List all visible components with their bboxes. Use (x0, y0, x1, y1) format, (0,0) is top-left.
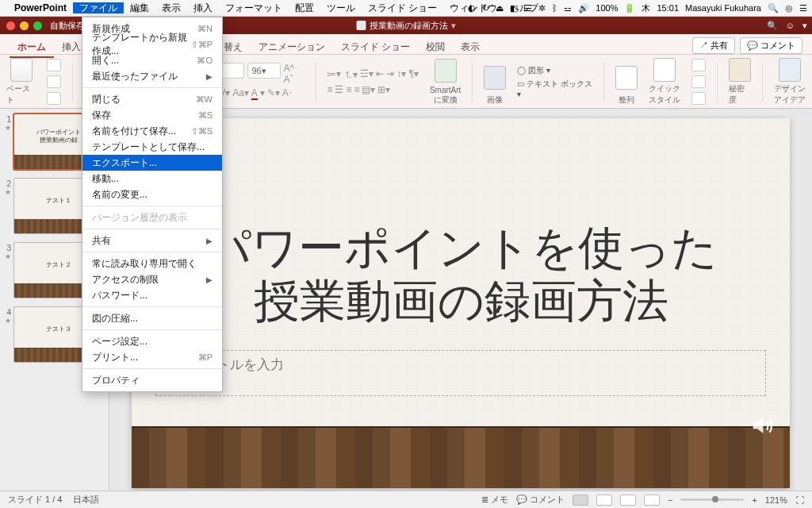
font-size-select[interactable]: 96 ▾ (247, 63, 280, 79)
ribbon-tab-校閲[interactable]: 校閲 (418, 38, 453, 56)
file-menu-item[interactable]: テンプレートから新規作成...⇧⌘P (82, 37, 222, 52)
ribbon-tab-表示[interactable]: 表示 (453, 38, 488, 56)
shapes-button[interactable]: ◯ 図形 ▾ (517, 65, 592, 76)
doc-icon (357, 21, 366, 30)
status-icon[interactable]: ✲ (538, 3, 546, 13)
mac-menu-挿入[interactable]: 挿入 (187, 2, 219, 13)
user-name[interactable]: Masayuki Fukuhara (685, 3, 761, 13)
file-menu-item[interactable]: 名前の変更... (82, 187, 222, 202)
zoom-level[interactable]: 121% (765, 495, 787, 505)
file-menu-item[interactable]: 名前を付けて保存...⇧⌘S (82, 123, 222, 139)
textbox-button[interactable]: ▭ テキスト ボックス ▾ (517, 79, 592, 98)
bluetooth-icon[interactable]: ᛒ (552, 3, 557, 13)
file-menu-item[interactable]: エクスポート... (82, 155, 222, 171)
file-menu-item[interactable]: テンプレートとして保存... (82, 139, 222, 155)
document-title[interactable]: 授業動画の録画方法 (370, 20, 448, 32)
arrange-button[interactable]: 整列 (615, 58, 638, 106)
status-icon[interactable]: ◧ (510, 3, 518, 13)
copy-icon[interactable] (47, 75, 61, 88)
mac-menu-表示[interactable]: 表示 (155, 2, 187, 13)
format-painter-icon[interactable] (47, 92, 61, 105)
mac-menu-配置[interactable]: 配置 (289, 2, 320, 13)
font-color[interactable]: A (251, 87, 258, 100)
subtitle-placeholder[interactable]: サブタイトルを入力 (155, 350, 766, 396)
status-bar: スライド 1 / 4 日本語 ≣ メモ 💬 コメント −+ 121% ⛶ (0, 491, 812, 508)
slide-canvas[interactable]: パワーポイントを使った 授業動画の録画方法 サブタイトルを入力 (132, 118, 790, 488)
comments-button[interactable]: 💬 コメント (516, 494, 565, 506)
quickstyle-button[interactable]: クイック スタイル (649, 58, 680, 106)
file-menu-item[interactable]: 共有▶ (82, 233, 222, 248)
file-menu-dropdown: 新規作成⌘Nテンプレートから新規作成...⇧⌘P開く...⌘O最近使ったファイル… (82, 17, 223, 392)
mac-menu-bar: PowerPoint ファイル編集表示挿入フォーマット配置ツールスライド ショー… (0, 0, 812, 17)
status-icon[interactable]: ↻ (482, 3, 489, 13)
close-window[interactable] (6, 21, 15, 30)
file-menu-item[interactable]: 常に読み取り専用で開く (82, 256, 222, 271)
app-menu[interactable]: PowerPoint (8, 0, 73, 17)
image-button[interactable]: 画像 (484, 58, 506, 106)
audio-icon[interactable] (749, 412, 776, 442)
sensitivity-button[interactable]: 秘密度 (729, 58, 751, 106)
siri-icon[interactable]: ◎ (785, 3, 793, 13)
cut-icon[interactable] (47, 59, 61, 71)
file-menu-item[interactable]: 保存⌘S (82, 107, 222, 123)
align-left[interactable]: ≡ (327, 84, 332, 95)
battery-pct: 100% (596, 3, 618, 13)
wifi-icon[interactable]: ⚍ (564, 3, 572, 13)
minimize-window[interactable] (20, 21, 29, 30)
file-menu-item[interactable]: 移動... (82, 171, 222, 187)
slide-title[interactable]: パワーポイントを使った 授業動画の録画方法 (155, 221, 766, 327)
file-menu-item[interactable]: 最近使ったファイル▶ (82, 68, 222, 84)
mac-menu-フォーマット[interactable]: フォーマット (219, 2, 289, 13)
file-menu-item[interactable]: アクセスの制限▶ (82, 271, 222, 287)
battery-icon[interactable]: 🔋 (624, 3, 635, 13)
view-slideshow[interactable] (644, 495, 660, 506)
mac-menu-ツール[interactable]: ツール (320, 2, 362, 13)
file-menu-item: バージョン履歴の表示 (82, 210, 222, 225)
bullets-button[interactable]: ≔▾ (327, 68, 341, 82)
zoom-window[interactable] (33, 21, 42, 30)
share-button[interactable]: ↗ 共有 (692, 37, 735, 54)
ribbon-tab-ホーム[interactable]: ホーム (10, 38, 54, 58)
align-center[interactable]: ☰ (335, 84, 343, 95)
slide-counter: スライド 1 / 4 (8, 494, 62, 506)
zoom-slider[interactable] (680, 498, 744, 501)
volume-icon[interactable]: 🔊 (578, 3, 589, 13)
file-menu-item[interactable]: プロパティ (82, 372, 222, 388)
align-right[interactable]: ≡ (346, 84, 351, 95)
status-icon[interactable]: ◐ (468, 3, 476, 13)
view-normal[interactable] (573, 495, 588, 506)
spotlight-icon[interactable]: 🔍 (768, 3, 779, 13)
file-menu-item[interactable]: 図の圧縮... (82, 310, 222, 326)
language[interactable]: 日本語 (73, 494, 99, 506)
paste-group[interactable]: ペースト (6, 58, 36, 106)
ribbon-tab-スライド ショー[interactable]: スライド ショー (333, 38, 418, 56)
mac-menu-ファイル[interactable]: ファイル (73, 2, 124, 13)
smartart-button[interactable]: SmartArt に変換 (430, 58, 461, 106)
notification-icon[interactable]: ☰ (799, 3, 807, 13)
status-icon[interactable]: ☰ (524, 3, 532, 13)
account-icon[interactable]: ☺ (786, 21, 795, 30)
view-reading[interactable] (620, 495, 636, 506)
numbering-button[interactable]: ⒈▾ (343, 68, 358, 82)
comments-button[interactable]: 💬 コメント (740, 37, 802, 54)
file-menu-item[interactable]: プリント...⌘P (82, 349, 222, 365)
notes-button[interactable]: ≣ メモ (481, 494, 508, 506)
clock-time: 15:01 (657, 3, 679, 13)
search-icon[interactable]: 🔍 (767, 21, 778, 31)
status-icon[interactable]: ⏏ (496, 3, 504, 13)
mac-menu-スライド ショー[interactable]: スライド ショー (362, 2, 443, 13)
fit-button[interactable]: ⛶ (795, 495, 804, 505)
ribbon-tab-アニメーション[interactable]: アニメーション (251, 38, 333, 56)
design-ideas-button[interactable]: デザイン アイデア (774, 58, 806, 106)
mac-menu-編集[interactable]: 編集 (124, 2, 155, 13)
file-menu-item[interactable]: ページ設定... (82, 333, 222, 349)
file-menu-item[interactable]: パスワード... (82, 287, 222, 303)
clock-day: 木 (642, 2, 650, 14)
view-sorter[interactable] (596, 495, 612, 506)
autosave-label: 自動保存 (50, 20, 85, 32)
file-menu-item[interactable]: 閉じる⌘W (82, 91, 222, 107)
